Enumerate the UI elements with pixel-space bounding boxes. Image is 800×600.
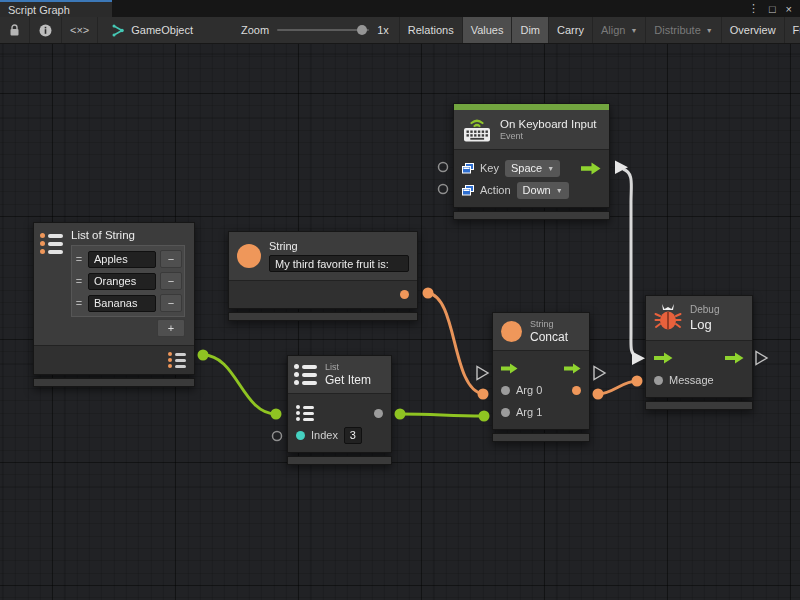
- keyboard-icon: [462, 116, 492, 143]
- node-get-item[interactable]: List Get Item Ind: [287, 355, 392, 465]
- add-item-button[interactable]: +: [157, 319, 185, 337]
- relations-button[interactable]: Relations: [400, 17, 463, 43]
- arg1-input-port[interactable]: [501, 408, 510, 417]
- unconnected-trigger-indicator[interactable]: [756, 352, 767, 365]
- distribute-button[interactable]: Distribute▼: [646, 17, 721, 43]
- dim-button[interactable]: Dim: [512, 17, 549, 43]
- trigger-output-port[interactable]: [725, 352, 744, 364]
- list-item-input[interactable]: [88, 295, 156, 312]
- wire-concat-to-log[interactable]: [598, 381, 637, 394]
- list-output-row: [34, 349, 194, 371]
- string-output-row: [229, 285, 417, 304]
- list-item-input[interactable]: [88, 251, 156, 268]
- trigger-input-port[interactable]: [501, 363, 518, 374]
- drag-handle-icon[interactable]: =: [74, 275, 84, 287]
- list-item-input[interactable]: [88, 273, 156, 290]
- node-concat[interactable]: String Concat Arg 0: [492, 312, 590, 442]
- message-input-port[interactable]: [654, 376, 663, 385]
- item-output-port[interactable]: [374, 409, 383, 418]
- wire-endpoint: [395, 409, 406, 420]
- index-input[interactable]: [344, 427, 362, 444]
- fullscreen-button[interactable]: Full Screen: [785, 17, 800, 43]
- arg0-input-port[interactable]: [501, 386, 510, 395]
- graph-canvas[interactable]: On Keyboard Input Event Key Space ▼: [0, 44, 800, 600]
- unconnected-trigger-indicator[interactable]: [594, 367, 605, 380]
- wire-control-dest-arrow: [632, 352, 645, 366]
- wire-getitem-to-concat[interactable]: [400, 414, 484, 416]
- wire-endpoint: [478, 389, 489, 400]
- unconnected-port-indicator[interactable]: [439, 163, 448, 172]
- wire-endpoint: [632, 376, 643, 387]
- carry-button[interactable]: Carry: [549, 17, 593, 43]
- remove-item-button[interactable]: −: [160, 250, 182, 268]
- node-title: Concat: [530, 330, 568, 344]
- node-on-keyboard-input[interactable]: On Keyboard Input Event Key Space ▼: [453, 103, 610, 220]
- close-icon[interactable]: ×: [786, 3, 792, 15]
- chevron-down-icon: ▼: [556, 187, 563, 194]
- node-string-literal[interactable]: String: [228, 231, 418, 321]
- align-button[interactable]: Align▼: [593, 17, 646, 43]
- carry-label: Carry: [557, 24, 584, 36]
- node-footer: [645, 401, 753, 410]
- list-output-port[interactable]: [168, 352, 186, 368]
- gameobject-button[interactable]: GameObject: [98, 17, 201, 43]
- string-value-input[interactable]: [269, 255, 409, 272]
- values-button[interactable]: Values: [463, 17, 513, 43]
- list-input-port[interactable]: [296, 405, 314, 421]
- message-label: Message: [669, 374, 714, 386]
- zoom-slider[interactable]: [277, 29, 369, 31]
- port-row-action: Action Down ▼: [454, 179, 609, 201]
- trigger-input-port[interactable]: [654, 352, 673, 364]
- trigger-row: [493, 357, 589, 379]
- wire-list-to-getitem[interactable]: [203, 355, 276, 414]
- unconnected-port-indicator[interactable]: [273, 432, 282, 441]
- node-category: Debug: [690, 304, 719, 315]
- unconnected-port-indicator[interactable]: [439, 185, 448, 194]
- node-subtitle: Event: [500, 131, 597, 141]
- wire-endpoint: [593, 389, 604, 400]
- dim-label: Dim: [520, 24, 540, 36]
- list-item-row: = −: [74, 270, 182, 292]
- unconnected-trigger-indicator[interactable]: [477, 367, 488, 380]
- node-title: Log: [690, 317, 719, 332]
- node-title: Get Item: [325, 373, 371, 387]
- trigger-output-port[interactable]: [564, 363, 581, 374]
- string-type-icon: [501, 321, 522, 342]
- zoom-value: 1x: [377, 24, 389, 36]
- wire-control-source-arrow: [615, 161, 628, 175]
- arg1-row: Arg 1: [493, 401, 589, 423]
- zoom-slider-handle[interactable]: [357, 25, 367, 35]
- drag-handle-icon[interactable]: =: [74, 253, 84, 265]
- wire-control-keyboard-to-log[interactable]: [623, 169, 636, 356]
- remove-item-button[interactable]: −: [160, 294, 182, 312]
- maximize-icon[interactable]: □: [769, 3, 776, 15]
- action-dropdown[interactable]: Down ▼: [517, 182, 569, 199]
- node-title: On Keyboard Input: [500, 118, 597, 130]
- wire-string-to-concat[interactable]: [428, 293, 483, 394]
- menu-icon[interactable]: ⋮: [748, 2, 759, 15]
- wire-endpoint: [198, 350, 209, 361]
- wire-endpoint: [423, 288, 434, 299]
- key-dropdown[interactable]: Space ▼: [505, 160, 560, 177]
- values-label: Values: [471, 24, 504, 36]
- list-input-row: [288, 402, 391, 424]
- index-input-row: Index: [288, 424, 391, 446]
- port-row-key: Key Space ▼: [454, 157, 609, 179]
- arg0-row: Arg 0: [493, 379, 589, 401]
- remove-item-button[interactable]: −: [160, 272, 182, 290]
- code-view-button[interactable]: <×>: [62, 17, 98, 43]
- tab-script-graph[interactable]: Script Graph: [0, 0, 112, 17]
- string-output-port[interactable]: [400, 290, 409, 299]
- lock-button[interactable]: [0, 17, 30, 43]
- trigger-output-port[interactable]: [581, 162, 601, 175]
- index-label: Index: [311, 429, 338, 441]
- enum-icon: [462, 163, 474, 174]
- result-output-port[interactable]: [572, 386, 581, 395]
- chevron-down-icon: ▼: [547, 165, 554, 172]
- overview-button[interactable]: Overview: [722, 17, 785, 43]
- info-button[interactable]: [30, 17, 62, 43]
- index-input-port[interactable]: [296, 431, 305, 440]
- drag-handle-icon[interactable]: =: [74, 297, 84, 309]
- node-debug-log[interactable]: Debug Log Message: [645, 295, 753, 410]
- node-list-of-string[interactable]: List of String = − = −: [33, 222, 195, 387]
